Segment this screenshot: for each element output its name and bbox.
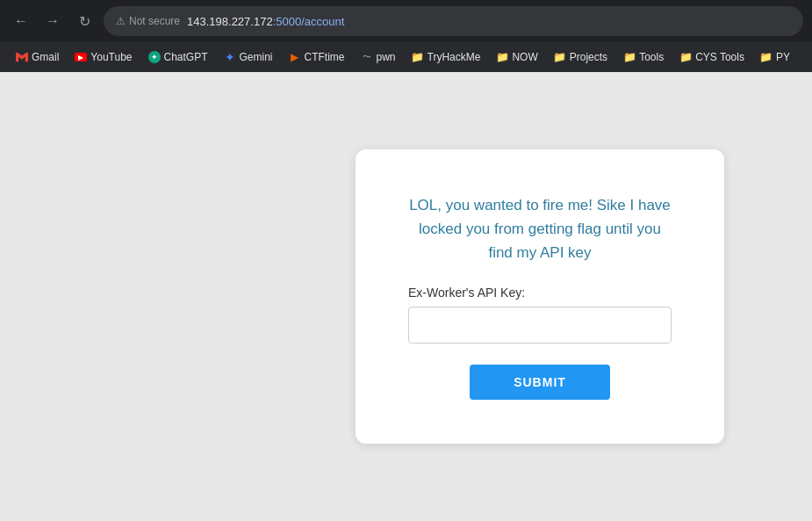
bookmark-chatgpt-label: ChatGPT — [164, 51, 208, 63]
bookmark-ctftime-label: CTFtime — [305, 51, 345, 63]
gemini-icon: ✦ — [224, 51, 236, 63]
bookmark-py[interactable]: 📁 PY — [753, 46, 797, 69]
bookmark-now-label: NOW — [512, 51, 537, 63]
nav-bar: ← → ↻ ⚠ Not secure 143.198.227.172:5000/… — [0, 0, 812, 42]
folder-icon-now: 📁 — [496, 51, 508, 63]
chatgpt-icon: ✦ — [148, 51, 161, 63]
bookmark-gmail-label: Gmail — [32, 51, 59, 63]
address-text: 143.198.227.172:5000/account — [187, 15, 344, 28]
bookmark-pwn-label: pwn — [377, 51, 396, 63]
api-key-label: Ex-Worker's API Key: — [408, 286, 672, 300]
folder-icon-tools: 📁 — [623, 51, 636, 63]
bookmark-pwn[interactable]: 〜 pwn — [354, 46, 403, 69]
account-card: LOL, you wanted to fire me! Sike I have … — [356, 149, 724, 445]
bookmark-projects-label: Projects — [570, 51, 607, 63]
folder-icon-projects: 📁 — [554, 51, 566, 63]
bookmark-gmail[interactable]: Gmail — [9, 46, 66, 69]
bookmark-tools[interactable]: 📁 Tools — [616, 46, 671, 69]
bookmark-now[interactable]: 📁 NOW — [489, 46, 544, 69]
warning-icon: ⚠ — [116, 15, 126, 27]
pwn-icon: 〜 — [361, 51, 373, 63]
address-bar[interactable]: ⚠ Not secure 143.198.227.172:5000/accoun… — [104, 6, 803, 36]
folder-icon-cys-tools: 📁 — [679, 51, 692, 63]
bookmark-tryhackme[interactable]: 📁 TryHackMe — [405, 46, 488, 69]
folder-icon-py: 📁 — [760, 51, 772, 63]
back-button[interactable]: ← — [9, 9, 33, 33]
bookmark-projects[interactable]: 📁 Projects — [547, 46, 614, 69]
gmail-icon — [16, 51, 28, 63]
folder-icon-tryhackme: 📁 — [412, 51, 424, 63]
ctftime-icon: ▶ — [289, 51, 301, 63]
bookmark-ctftime[interactable]: ▶ CTFtime — [282, 46, 352, 69]
submit-button[interactable]: SUBMIT — [470, 365, 610, 400]
bookmark-tools-label: Tools — [639, 51, 664, 63]
bookmarks-bar: Gmail ▶ YouTube ✦ ChatGPT ✦ Gemini ▶ CTF… — [0, 42, 812, 72]
api-key-input[interactable] — [408, 307, 672, 344]
bookmark-youtube[interactable]: ▶ YouTube — [68, 46, 139, 69]
bookmark-gemini-label: Gemini — [240, 51, 273, 63]
youtube-icon: ▶ — [75, 51, 87, 63]
bookmark-cys-tools-label: CYS Tools — [695, 51, 744, 63]
bookmark-cys-tools[interactable]: 📁 CYS Tools — [672, 46, 751, 69]
not-secure-label: Not secure — [129, 15, 180, 27]
bookmark-chatgpt[interactable]: ✦ ChatGPT — [141, 46, 215, 69]
bookmark-tryhackme-label: TryHackMe — [428, 51, 481, 63]
card-message: LOL, you wanted to fire me! Sike I have … — [408, 193, 672, 265]
forward-button[interactable]: → — [40, 9, 65, 33]
refresh-button[interactable]: ↻ — [72, 9, 97, 33]
browser-chrome: ← → ↻ ⚠ Not secure 143.198.227.172:5000/… — [0, 0, 812, 72]
bookmark-gemini[interactable]: ✦ Gemini — [217, 46, 280, 69]
not-secure-indicator: ⚠ Not secure — [116, 15, 180, 27]
bookmark-youtube-label: YouTube — [90, 51, 132, 63]
api-key-form-group: Ex-Worker's API Key: — [408, 286, 672, 344]
bookmark-py-label: PY — [776, 51, 790, 63]
page-content: LOL, you wanted to fire me! Sike I have … — [0, 72, 812, 521]
